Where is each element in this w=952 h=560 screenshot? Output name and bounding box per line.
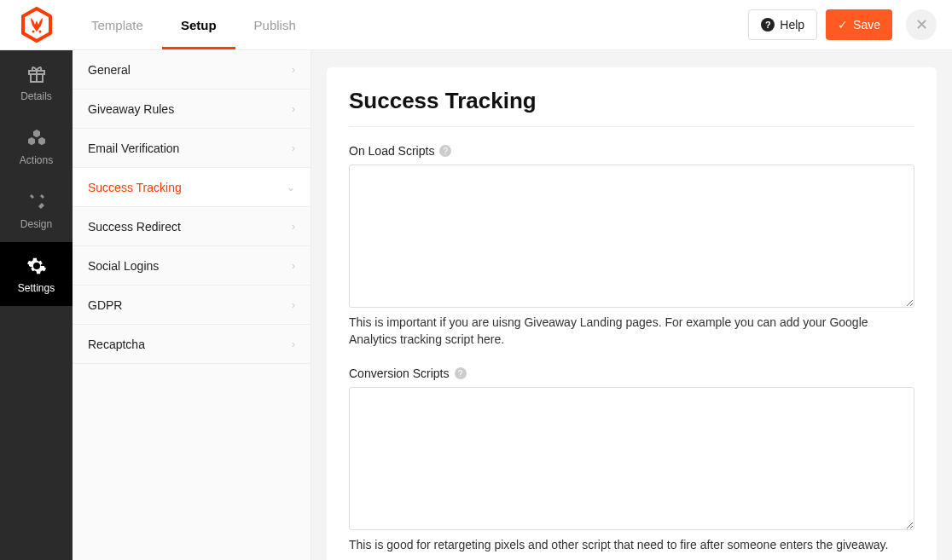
- side-panel: General › Giveaway Rules › Email Verific…: [73, 50, 311, 560]
- close-icon: ✕: [915, 15, 928, 34]
- icon-rail: Details Actions Design Settings: [0, 50, 73, 560]
- conversion-scripts-textarea[interactable]: [349, 387, 914, 530]
- sidebar-item-label: Email Verification: [88, 141, 179, 155]
- logo: [0, 6, 73, 43]
- content-card: Success Tracking On Load Scripts ? This …: [327, 67, 937, 560]
- topbar: Template Setup Publish ? Help ✓ Save ✕: [0, 0, 952, 50]
- save-label: Save: [853, 18, 880, 32]
- sidebar-item-label: Social Logins: [88, 259, 159, 273]
- rail-item-details[interactable]: Details: [0, 50, 73, 114]
- sidebar-item-email-verification[interactable]: Email Verification ›: [73, 129, 311, 168]
- tab-template[interactable]: Template: [73, 0, 162, 49]
- gear-icon: [26, 255, 48, 277]
- chevron-right-icon: ›: [292, 64, 295, 76]
- chevron-down-icon: ⌄: [287, 182, 295, 193]
- top-tabs: Template Setup Publish: [73, 0, 315, 49]
- help-button[interactable]: ? Help: [748, 9, 817, 40]
- save-button[interactable]: ✓ Save: [826, 9, 892, 40]
- tab-label: Publish: [254, 18, 296, 32]
- rail-item-actions[interactable]: Actions: [0, 114, 73, 178]
- sidebar-item-label: Success Tracking: [88, 181, 182, 194]
- rail-item-settings[interactable]: Settings: [0, 242, 73, 306]
- sidebar-item-gdpr[interactable]: GDPR ›: [73, 286, 311, 325]
- chevron-right-icon: ›: [292, 221, 295, 233]
- onload-label: On Load Scripts ?: [349, 144, 914, 158]
- sidebar-item-giveaway-rules[interactable]: Giveaway Rules ›: [73, 89, 311, 129]
- question-icon: ?: [761, 18, 775, 32]
- chevron-right-icon: ›: [292, 142, 295, 154]
- tab-label: Setup: [181, 18, 217, 32]
- rail-label: Actions: [20, 154, 53, 166]
- tab-setup[interactable]: Setup: [162, 0, 235, 49]
- svg-point-2: [38, 31, 41, 33]
- help-label: Help: [780, 18, 804, 32]
- rail-item-design[interactable]: Design: [0, 178, 73, 242]
- chevron-right-icon: ›: [292, 260, 295, 272]
- tools-icon: [26, 191, 48, 213]
- gift-icon: [26, 63, 48, 85]
- label-text: On Load Scripts: [349, 144, 434, 158]
- sidebar-item-label: Giveaway Rules: [88, 102, 174, 116]
- sidebar-item-label: General: [88, 63, 131, 77]
- chevron-right-icon: ›: [292, 103, 295, 115]
- label-text: Conversion Scripts: [349, 367, 450, 380]
- sidebar-item-success-redirect[interactable]: Success Redirect ›: [73, 207, 311, 246]
- tab-label: Template: [91, 18, 143, 32]
- onload-scripts-textarea[interactable]: [349, 165, 914, 308]
- conversion-help-text: This is good for retargeting pixels and …: [349, 537, 914, 554]
- check-icon: ✓: [838, 18, 848, 32]
- rail-label: Design: [20, 218, 52, 230]
- help-icon[interactable]: ?: [455, 367, 467, 379]
- sidebar-item-success-tracking[interactable]: Success Tracking ⌄: [73, 168, 311, 207]
- svg-point-1: [32, 31, 34, 33]
- cubes-icon: [26, 127, 48, 149]
- sidebar-item-label: Recaptcha: [88, 338, 145, 351]
- conversion-label: Conversion Scripts ?: [349, 367, 914, 380]
- help-icon[interactable]: ?: [439, 145, 451, 157]
- tab-publish[interactable]: Publish: [235, 0, 315, 49]
- onload-help-text: This is important if you are uisng Givea…: [349, 315, 914, 348]
- page-title: Success Tracking: [349, 88, 914, 127]
- chevron-right-icon: ›: [292, 299, 295, 311]
- sidebar-item-social-logins[interactable]: Social Logins ›: [73, 246, 311, 286]
- logo-icon: [18, 6, 55, 43]
- chevron-right-icon: ›: [292, 338, 295, 350]
- rail-label: Details: [20, 90, 52, 102]
- rail-label: Settings: [18, 282, 55, 294]
- close-button[interactable]: ✕: [906, 9, 937, 40]
- sidebar-item-general[interactable]: General ›: [73, 50, 311, 89]
- sidebar-item-recaptcha[interactable]: Recaptcha ›: [73, 325, 311, 364]
- sidebar-item-label: Success Redirect: [88, 220, 181, 234]
- sidebar-item-label: GDPR: [88, 298, 122, 312]
- main-content: Success Tracking On Load Scripts ? This …: [311, 50, 952, 560]
